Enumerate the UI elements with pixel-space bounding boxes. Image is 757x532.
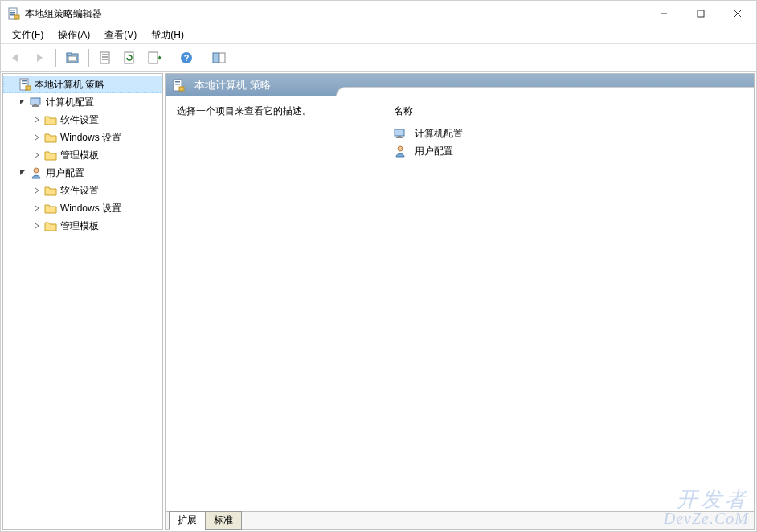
details-body: 选择一个项目来查看它的描述。 名称 计算机配置 bbox=[166, 96, 754, 511]
expander-expand-icon[interactable] bbox=[31, 203, 43, 214]
tree-node-label: 管理模板 bbox=[60, 219, 99, 233]
description-column: 选择一个项目来查看它的描述。 bbox=[177, 104, 362, 503]
tree-windows-settings[interactable]: Windows 设置 bbox=[3, 129, 162, 146]
window-controls bbox=[645, 1, 756, 27]
menu-view[interactable]: 查看(V) bbox=[98, 27, 143, 43]
folder-icon bbox=[44, 219, 57, 232]
svg-rect-25 bbox=[26, 86, 31, 90]
details-header-title: 本地计算机 策略 bbox=[194, 78, 271, 92]
expander-expand-icon[interactable] bbox=[31, 185, 43, 196]
svg-rect-34 bbox=[395, 129, 404, 136]
show-hide-button[interactable] bbox=[208, 47, 231, 69]
maximize-button[interactable] bbox=[682, 1, 719, 27]
svg-rect-33 bbox=[179, 87, 184, 91]
tree-node-label: 计算机配置 bbox=[46, 96, 94, 109]
svg-rect-24 bbox=[22, 83, 27, 84]
tree-software-settings-user[interactable]: 软件设置 bbox=[3, 182, 162, 199]
svg-rect-21 bbox=[219, 53, 225, 63]
tree-node-label: 用户配置 bbox=[46, 166, 84, 180]
tree-admin-templates[interactable]: 管理模板 bbox=[3, 146, 162, 164]
tree-node-label: 软件设置 bbox=[60, 184, 99, 198]
folder-icon bbox=[44, 202, 57, 215]
refresh-button[interactable] bbox=[118, 47, 141, 69]
up-button[interactable] bbox=[61, 47, 84, 69]
properties-button[interactable] bbox=[94, 47, 117, 69]
list-item-label: 计算机配置 bbox=[415, 127, 463, 141]
user-icon bbox=[394, 145, 407, 158]
close-button[interactable] bbox=[719, 1, 756, 27]
details-header: 本地计算机 策略 bbox=[166, 74, 754, 96]
forward-button[interactable] bbox=[28, 47, 51, 69]
svg-rect-10 bbox=[67, 53, 72, 55]
tree-node-label: 管理模板 bbox=[60, 149, 99, 162]
svg-rect-35 bbox=[396, 137, 403, 138]
tree-admin-templates-user[interactable]: 管理模板 bbox=[3, 217, 162, 235]
back-button[interactable] bbox=[4, 47, 27, 69]
list-item-computer-config[interactable]: 计算机配置 bbox=[394, 125, 743, 142]
tree-node-label: Windows 设置 bbox=[60, 131, 121, 145]
computer-icon bbox=[394, 127, 407, 140]
menu-help[interactable]: 帮助(H) bbox=[145, 27, 190, 43]
svg-rect-4 bbox=[14, 15, 19, 19]
help-button[interactable]: ? bbox=[175, 47, 198, 69]
expander-expand-icon[interactable] bbox=[31, 132, 43, 143]
tab-standard[interactable]: 标准 bbox=[205, 511, 242, 530]
svg-rect-27 bbox=[32, 105, 39, 107]
user-icon bbox=[30, 166, 43, 179]
menu-action[interactable]: 操作(A) bbox=[51, 27, 96, 43]
expander-icon bbox=[6, 79, 17, 90]
titlebar: 本地组策略编辑器 bbox=[1, 1, 756, 27]
menubar: 文件(F) 操作(A) 查看(V) 帮助(H) bbox=[1, 27, 756, 44]
svg-rect-26 bbox=[31, 98, 40, 104]
folder-icon bbox=[44, 184, 57, 197]
toolbar-separator bbox=[55, 49, 56, 67]
tab-extended[interactable]: 扩展 bbox=[169, 511, 206, 530]
svg-rect-17 bbox=[149, 52, 158, 63]
tree-windows-settings-user[interactable]: Windows 设置 bbox=[3, 199, 162, 217]
tree-panel[interactable]: 本地计算机 策略 计算机配置 软件设置 bbox=[2, 73, 163, 530]
computer-icon bbox=[30, 96, 43, 108]
list-item-user-config[interactable]: 用户配置 bbox=[394, 142, 743, 160]
tabs: 扩展 标准 bbox=[166, 511, 754, 529]
header-curve bbox=[336, 87, 754, 96]
folder-icon bbox=[44, 131, 57, 144]
tree-node-label: 本地计算机 策略 bbox=[35, 78, 104, 92]
toolbar-separator bbox=[88, 49, 89, 67]
tree-root[interactable]: 本地计算机 策略 bbox=[3, 76, 162, 93]
item-list-column: 名称 计算机配置 用户配置 bbox=[394, 104, 743, 503]
svg-rect-20 bbox=[213, 53, 219, 63]
svg-rect-1 bbox=[10, 10, 15, 11]
list-item-label: 用户配置 bbox=[415, 145, 453, 158]
svg-rect-6 bbox=[698, 10, 704, 17]
expander-collapse-icon[interactable] bbox=[17, 96, 28, 108]
content-area: 本地计算机 策略 计算机配置 软件设置 bbox=[1, 72, 756, 531]
toolbar-separator bbox=[203, 49, 203, 67]
tree-node-label: 软件设置 bbox=[60, 113, 99, 127]
export-button[interactable] bbox=[142, 47, 165, 69]
tree-node-label: Windows 设置 bbox=[60, 202, 121, 215]
svg-rect-11 bbox=[68, 56, 76, 61]
toolbar: ? bbox=[1, 44, 756, 72]
folder-icon bbox=[44, 113, 57, 126]
menu-file[interactable]: 文件(F) bbox=[6, 27, 50, 43]
expander-expand-icon[interactable] bbox=[31, 220, 43, 231]
policy-icon bbox=[18, 78, 31, 91]
description-prompt: 选择一个项目来查看它的描述。 bbox=[177, 104, 362, 118]
app-icon bbox=[7, 7, 20, 20]
expander-expand-icon[interactable] bbox=[31, 114, 43, 125]
minimize-button[interactable] bbox=[645, 1, 682, 27]
name-column-header[interactable]: 名称 bbox=[394, 104, 743, 118]
tree-computer-config[interactable]: 计算机配置 bbox=[3, 93, 162, 111]
expander-expand-icon[interactable] bbox=[31, 149, 43, 161]
tree-user-config[interactable]: 用户配置 bbox=[3, 164, 162, 182]
svg-rect-2 bbox=[10, 12, 15, 14]
svg-rect-36 bbox=[398, 136, 401, 137]
svg-rect-28 bbox=[34, 104, 37, 105]
svg-rect-12 bbox=[100, 52, 109, 63]
svg-point-29 bbox=[34, 168, 39, 173]
policy-icon bbox=[172, 79, 185, 92]
svg-point-37 bbox=[398, 146, 403, 151]
tree-software-settings[interactable]: 软件设置 bbox=[3, 111, 162, 129]
svg-text:?: ? bbox=[184, 53, 190, 63]
expander-collapse-icon[interactable] bbox=[17, 167, 28, 178]
